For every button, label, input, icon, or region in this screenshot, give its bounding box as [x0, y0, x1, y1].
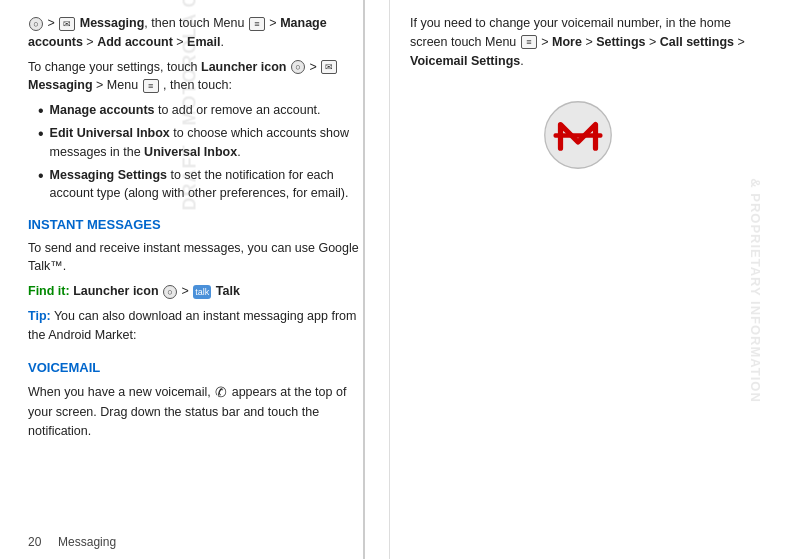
bullet-manage-accounts: • Manage accounts to add or remove an ac… — [38, 101, 369, 120]
page-footer: 20 Messaging — [28, 535, 116, 549]
logo-area — [410, 100, 745, 170]
tip-line: Tip: You can also download an instant me… — [28, 307, 369, 345]
bullet-dot-3: • — [38, 166, 44, 185]
menu-icon-2: ≡ — [143, 79, 159, 93]
find-it-line: Find it: Launcher icon ○ > talk Talk — [28, 282, 369, 301]
voicemail-text: When you have a new voicemail, ✆ appears… — [28, 382, 369, 441]
bullet-edit-universal: • Edit Universal Inbox to choose which a… — [38, 124, 369, 162]
intro-paragraph: ○ > ✉ Messaging, then touch Menu ≡ > Man… — [28, 14, 369, 52]
chapter-name: Messaging — [58, 535, 116, 549]
bullet-text-1: Manage accounts to add or remove an acco… — [50, 101, 321, 120]
bullet-dot-1: • — [38, 101, 44, 120]
find-it-label: Find it: — [28, 284, 70, 298]
settings-intro: To change your settings, touch Launcher … — [28, 58, 369, 96]
launcher-icon-3: ○ — [163, 285, 177, 299]
svg-rect-1 — [553, 134, 602, 138]
instant-messages-text: To send and receive instant messages, yo… — [28, 239, 369, 277]
instant-messages-title: INSTANT MESSAGES — [28, 215, 369, 235]
page-number: 20 — [28, 535, 41, 549]
left-column: ○ > ✉ Messaging, then touch Menu ≡ > Man… — [0, 0, 390, 559]
voicemail-symbol: ✆ — [215, 382, 227, 403]
settings-bullets: • Manage accounts to add or remove an ac… — [38, 101, 369, 203]
page-container: ○ > ✉ Messaging, then touch Menu ≡ > Man… — [0, 0, 795, 559]
right-column-text: If you need to change your voicemail num… — [410, 14, 745, 70]
launcher-icon: ○ — [29, 17, 43, 31]
tip-label: Tip: — [28, 309, 51, 323]
voicemail-section: VOICEMAIL When you have a new voicemail,… — [28, 358, 369, 440]
launcher-icon-2: ○ — [291, 60, 305, 74]
messaging-icon: ✉ — [59, 17, 75, 31]
motorola-logo — [543, 100, 613, 170]
bullet-messaging-settings: • Messaging Settings to set the notifica… — [38, 166, 369, 204]
talk-icon: talk — [193, 285, 211, 299]
menu-icon-1: ≡ — [249, 17, 265, 31]
messaging-icon-2: ✉ — [321, 60, 337, 74]
right-column: If you need to change your voicemail num… — [390, 0, 795, 559]
instant-messages-section: INSTANT MESSAGES To send and receive ins… — [28, 215, 369, 344]
voicemail-title: VOICEMAIL — [28, 358, 369, 378]
menu-icon-right: ≡ — [521, 35, 537, 49]
bullet-text-3: Messaging Settings to set the notificati… — [50, 166, 369, 204]
bullet-text-2: Edit Universal Inbox to choose which acc… — [50, 124, 369, 162]
bullet-dot-2: • — [38, 124, 44, 143]
